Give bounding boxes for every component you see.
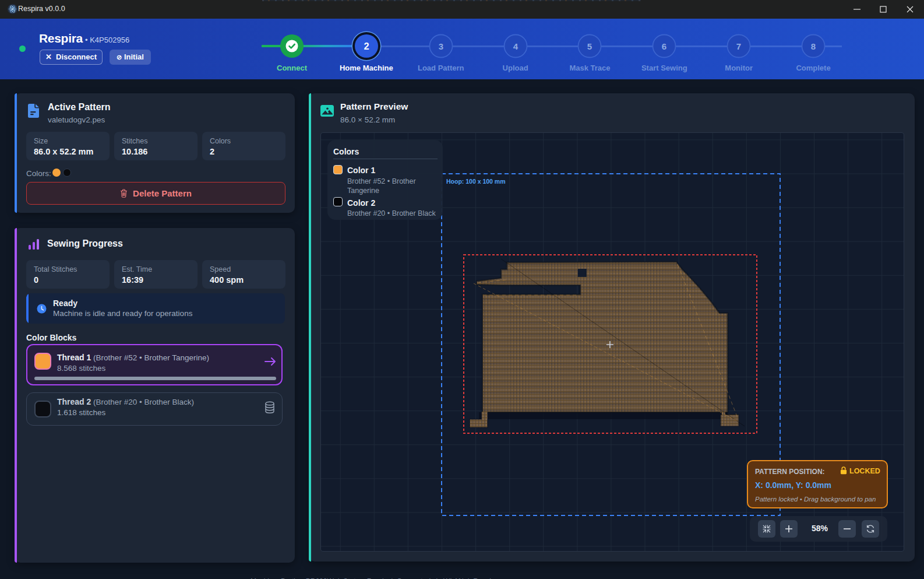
svg-text:8: 8 <box>811 41 816 51</box>
svg-text:7: 7 <box>736 41 741 51</box>
svg-text:3: 3 <box>439 41 443 51</box>
svg-text:5: 5 <box>587 41 592 51</box>
svg-text:2: 2 <box>364 41 369 51</box>
svg-text:6: 6 <box>662 41 666 51</box>
svg-text:4: 4 <box>513 41 518 51</box>
